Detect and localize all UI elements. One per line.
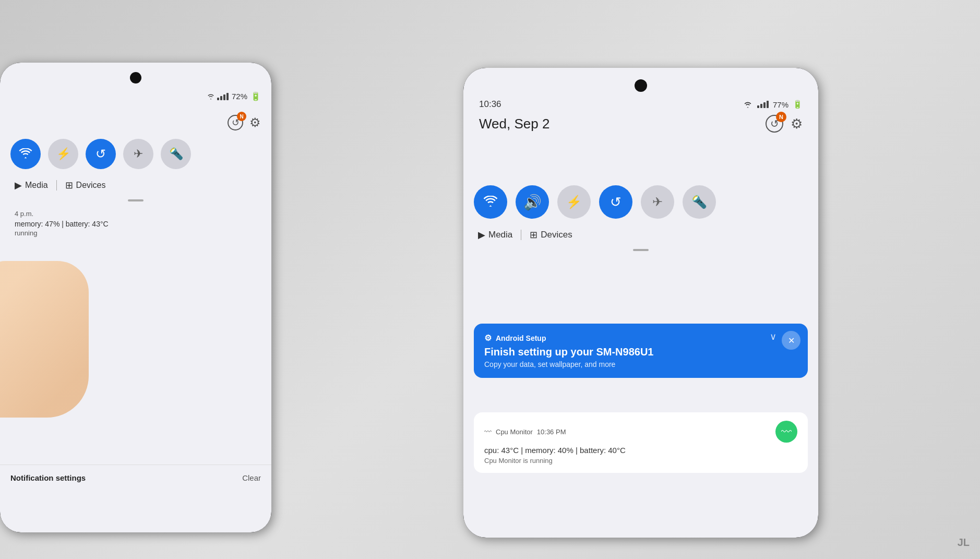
android-setup-title-row: ⚙ Android Setup — [484, 333, 797, 343]
notif-time-left: 4 p.m. — [15, 210, 257, 218]
cpu-time: 10:36 PM — [537, 428, 566, 436]
devices-button-left[interactable]: ⊞ Devices — [65, 180, 106, 191]
wifi-icon-left — [206, 93, 216, 100]
airplane-toggle-right[interactable]: ✈ — [641, 185, 674, 219]
airplane-toggle-left[interactable]: ✈ — [123, 139, 153, 169]
quick-settings-left: ↺ N ⚙ ⚡ ↺ — [0, 110, 271, 242]
android-setup-title: Android Setup — [496, 334, 546, 342]
wifi-toggle-left[interactable] — [10, 139, 41, 169]
cpu-app-info: 〰 Cpu Monitor 10:36 PM — [484, 427, 566, 436]
flashlight-toggle-left[interactable]: 🔦 — [161, 139, 191, 169]
close-x-icon: ✕ — [788, 336, 795, 346]
wifi-toggle-icon-right — [483, 196, 498, 208]
media-button-right[interactable]: ▶ Media — [478, 229, 512, 241]
quick-settings-right: 🔊 ⚡ ↺ ✈ 🔦 ▶ Media ⊞ Devices — [463, 144, 818, 265]
qs-icons-row-right: 🔊 ⚡ ↺ ✈ 🔦 — [474, 185, 808, 219]
devices-grid-icon-right: ⊞ — [530, 229, 537, 241]
camera-hole-right — [635, 79, 647, 92]
qs-top-row-left: ↺ N ⚙ — [10, 115, 261, 130]
cpu-app-name: Cpu Monitor — [496, 428, 533, 436]
flashlight-toggle-right[interactable]: 🔦 — [683, 185, 716, 219]
n-badge-left: N — [237, 112, 246, 121]
sound-toggle-right[interactable]: 🔊 — [516, 185, 549, 219]
bluetooth-toggle-left[interactable]: ⚡ — [48, 139, 78, 169]
cpu-stats: cpu: 43°C | memory: 40% | battery: 40°C — [484, 446, 797, 455]
wifi-status-right — [743, 101, 753, 109]
phone-left: 72% 🔋 ↺ N ⚙ — [0, 63, 271, 532]
rotate-toggle-left[interactable]: ↺ — [86, 139, 116, 169]
cpu-waveform-btn[interactable]: 〰 — [775, 421, 797, 443]
collapse-handle-right[interactable] — [633, 249, 649, 251]
android-setup-gear-icon: ⚙ — [484, 333, 492, 343]
signal-icons-left — [206, 93, 229, 100]
media-play-icon-right: ▶ — [478, 229, 485, 241]
media-devices-row-right: ▶ Media ⊞ Devices — [474, 229, 808, 241]
date-right: Wed, Sep 2 — [479, 116, 549, 132]
devices-label-left: Devices — [76, 181, 106, 190]
status-bar-right: 10:36 77% 🔋 — [479, 99, 803, 110]
phone-right-screen: 10:36 77% 🔋 — [463, 68, 818, 538]
n-badge-right: N — [776, 112, 786, 122]
cpu-header: 〰 Cpu Monitor 10:36 PM 〰 — [484, 421, 797, 443]
divider-right — [521, 230, 521, 240]
signal-bars-right — [757, 101, 769, 108]
battery-icon-left: 🔋 — [250, 91, 261, 101]
notif-stats-left: memory: 47% | battery: 43°C — [15, 220, 257, 228]
android-setup-body: Finish setting up your SM-N986U1 — [484, 346, 797, 358]
bluetooth-toggle-right[interactable]: ⚡ — [557, 185, 591, 219]
phone-left-screen: 72% 🔋 ↺ N ⚙ — [0, 63, 271, 532]
media-play-icon-left: ▶ — [15, 180, 22, 191]
devices-button-right[interactable]: ⊞ Devices — [530, 229, 572, 241]
android-setup-card[interactable]: ⚙ Android Setup Finish setting up your S… — [474, 324, 808, 378]
right-status-icons: 77% 🔋 — [743, 100, 803, 109]
hand-overlay — [0, 261, 89, 418]
settings-gear-left[interactable]: ⚙ — [249, 115, 261, 130]
notif-settings-row-left: Notification settings Clear — [0, 465, 271, 491]
android-setup-close[interactable]: ✕ — [782, 331, 800, 350]
date-action-row: Wed, Sep 2 ↺ N ⚙ — [479, 115, 803, 133]
notification-settings-label[interactable]: Notification settings — [10, 473, 86, 482]
waveform-icon: 〰 — [781, 426, 792, 438]
battery-icon-right: 🔋 — [793, 100, 803, 109]
media-label-right: Media — [488, 230, 512, 240]
watermark: JL — [958, 537, 970, 549]
scene: 72% 🔋 ↺ N ⚙ — [0, 0, 980, 559]
devices-grid-icon-left: ⊞ — [65, 180, 73, 191]
battery-percent-right: 77% — [773, 100, 788, 109]
phone-right: 10:36 77% 🔋 — [463, 68, 818, 538]
media-label-left: Media — [25, 181, 48, 190]
time-right: 10:36 — [479, 99, 501, 110]
wifi-icon-toggle-left — [18, 148, 33, 160]
clear-label[interactable]: Clear — [242, 473, 261, 482]
media-button-left[interactable]: ▶ Media — [15, 180, 48, 191]
settings-gear-right[interactable]: ⚙ — [791, 116, 803, 132]
collapse-handle-left[interactable] — [128, 199, 144, 201]
notification-left: 4 p.m. memory: 47% | battery: 43°C runni… — [10, 210, 261, 237]
camera-hole-left — [130, 72, 141, 84]
cpu-monitor-card[interactable]: 〰 Cpu Monitor 10:36 PM 〰 cpu: 43°C | mem… — [474, 412, 808, 473]
rotate-toggle-right[interactable]: ↺ — [599, 185, 632, 219]
android-setup-sub: Copy your data, set wallpaper, and more — [484, 360, 797, 368]
divider-left — [56, 180, 57, 191]
battery-percent-left: 72% — [232, 92, 247, 101]
qs-icons-row-left: ⚡ ↺ ✈ 🔦 — [10, 139, 261, 169]
status-bar-left: 72% 🔋 — [206, 91, 261, 101]
android-setup-chevron: ∨ — [770, 331, 776, 342]
cpu-status: Cpu Monitor is running — [484, 457, 797, 465]
devices-label-right: Devices — [541, 230, 572, 240]
action-icons-right: ↺ N ⚙ — [766, 115, 803, 133]
wifi-toggle-right[interactable] — [474, 185, 507, 219]
media-devices-row-left: ▶ Media ⊞ Devices — [10, 180, 261, 191]
notif-status-left: running — [15, 229, 257, 237]
cpu-waveform-icon: 〰 — [484, 427, 492, 436]
signal-bars-left — [217, 93, 229, 100]
